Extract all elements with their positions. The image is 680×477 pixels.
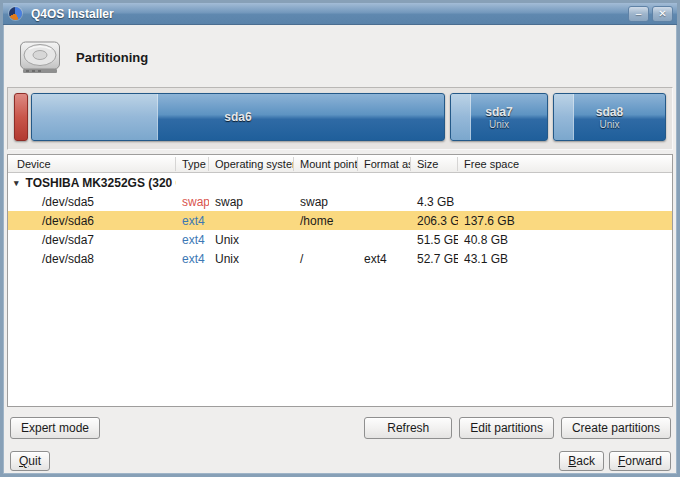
type-cell: ext4 [176, 214, 209, 228]
wizard-footer: Quit Back Forward [10, 451, 671, 471]
quit-button[interactable]: Quit [10, 451, 50, 471]
used-space-overlay [554, 94, 574, 140]
partition-segment-sda8[interactable]: sda8 Unix [553, 93, 666, 141]
tree-expander-icon[interactable]: ▾ [14, 178, 19, 188]
titlebar: Q4OS Installer – ✕ [3, 3, 677, 25]
type-cell: swap [176, 195, 209, 209]
mount-cell: / [294, 252, 358, 266]
column-header-free[interactable]: Free space [458, 157, 672, 171]
create-partitions-button[interactable]: Create partitions [561, 417, 671, 439]
partition-segment-sda6[interactable]: sda6 [31, 93, 445, 141]
table-row-sda5[interactable]: /dev/sda5 swap swap swap 4.3 GB [8, 192, 672, 211]
forward-button[interactable]: Forward [609, 451, 671, 471]
disk-label: TOSHIBA MK3252GS (320 GB) [26, 176, 176, 190]
segment-label: sda8 [596, 105, 623, 119]
partition-segment-sda7[interactable]: sda7 Unix [450, 93, 548, 141]
q4os-logo-icon [9, 7, 22, 20]
page-title: Partitioning [76, 50, 148, 65]
refresh-button[interactable]: Refresh [364, 417, 452, 439]
size-cell: 52.7 GB [411, 252, 458, 266]
minimize-icon: – [636, 8, 642, 19]
mount-cell: swap [294, 195, 358, 209]
partitions-table: Device Type Operating system Mount point… [7, 154, 673, 407]
column-header-mount[interactable]: Mount point [294, 157, 358, 171]
free-cell: 40.8 GB [458, 233, 672, 247]
mount-cell: /home [294, 214, 358, 228]
segment-sublabel: Unix [599, 119, 619, 130]
column-header-device[interactable]: Device [8, 157, 176, 171]
type-cell: ext4 [176, 233, 209, 247]
partition-segment-sda5[interactable] [14, 93, 28, 141]
device-cell: /dev/sda5 [8, 195, 176, 209]
column-header-type[interactable]: Type [176, 157, 209, 171]
device-cell: /dev/sda6 [8, 214, 176, 228]
column-header-size[interactable]: Size [411, 157, 458, 171]
table-row-sda6-selected[interactable]: /dev/sda6 ext4 /home 206.3 GB 137.6 GB [8, 211, 672, 230]
column-header-os[interactable]: Operating system [209, 157, 294, 171]
table-row-sda8[interactable]: /dev/sda8 ext4 Unix / ext4 52.7 GB 43.1 … [8, 249, 672, 268]
free-cell: 137.6 GB [458, 214, 672, 228]
device-cell: /dev/sda7 [8, 233, 176, 247]
window-title: Q4OS Installer [31, 7, 625, 21]
free-cell: 43.1 GB [458, 252, 672, 266]
table-header-row: Device Type Operating system Mount point… [8, 155, 672, 173]
action-button-row: Expert mode Refresh Edit partitions Crea… [10, 417, 671, 439]
page-header: Partitioning [3, 25, 677, 83]
partition-bars: sda6 sda7 Unix sda8 Unix [14, 93, 666, 141]
table-row-disk[interactable]: ▾ TOSHIBA MK3252GS (320 GB) [8, 173, 672, 192]
footer-nav-buttons: Back Forward [559, 451, 671, 471]
hard-drive-icon [19, 39, 61, 75]
segment-label: sda7 [485, 105, 512, 119]
used-space-overlay [32, 94, 158, 140]
installer-window: Q4OS Installer – ✕ Partitioning [0, 0, 680, 477]
close-button[interactable]: ✕ [652, 6, 673, 22]
device-cell: /dev/sda8 [8, 252, 176, 266]
size-cell: 51.5 GB [411, 233, 458, 247]
column-header-format[interactable]: Format as [358, 157, 411, 171]
type-cell: ext4 [176, 252, 209, 266]
used-space-overlay [451, 94, 471, 140]
size-cell: 206.3 GB [411, 214, 458, 228]
close-icon: ✕ [658, 8, 666, 19]
expert-mode-button[interactable]: Expert mode [10, 417, 100, 439]
minimize-button[interactable]: – [628, 6, 649, 22]
back-button[interactable]: Back [559, 451, 604, 471]
action-buttons-right: Refresh Edit partitions Create partition… [364, 417, 671, 439]
edit-partitions-button[interactable]: Edit partitions [459, 417, 554, 439]
os-cell: Unix [209, 252, 294, 266]
size-cell: 4.3 GB [411, 195, 458, 209]
os-cell: swap [209, 195, 294, 209]
partition-bar-panel: sda6 sda7 Unix sda8 Unix [7, 87, 673, 150]
segment-sublabel: Unix [489, 119, 509, 130]
os-cell: Unix [209, 233, 294, 247]
table-row-sda7[interactable]: /dev/sda7 ext4 Unix 51.5 GB 40.8 GB [8, 230, 672, 249]
segment-label: sda6 [224, 110, 251, 124]
format-cell: ext4 [358, 252, 411, 266]
